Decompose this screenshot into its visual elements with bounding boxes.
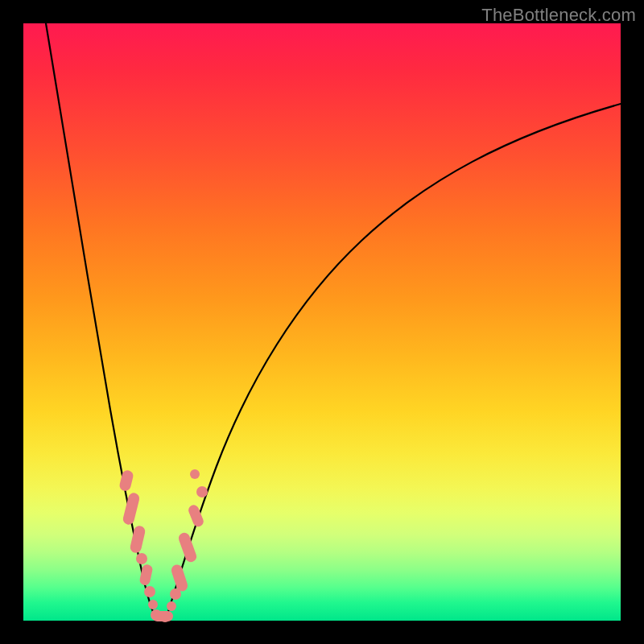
chart-frame: TheBottleneck.com — [0, 0, 644, 644]
marker-dot — [190, 469, 200, 479]
marker-dot — [136, 553, 147, 564]
marker-pill — [177, 531, 198, 564]
curve-right — [166, 104, 621, 619]
marker-pill — [129, 525, 146, 554]
marker-dot — [148, 600, 158, 609]
marker-pill — [118, 469, 134, 493]
marker-pill — [152, 611, 173, 621]
marker-dot — [167, 601, 176, 611]
plot-area — [23, 23, 621, 621]
curve-layer — [23, 23, 621, 621]
marker-dot — [196, 486, 208, 497]
marker-dot — [144, 586, 155, 597]
marker-pill — [170, 564, 189, 593]
watermark-text: TheBottleneck.com — [481, 5, 636, 26]
marker-pill — [122, 492, 140, 526]
